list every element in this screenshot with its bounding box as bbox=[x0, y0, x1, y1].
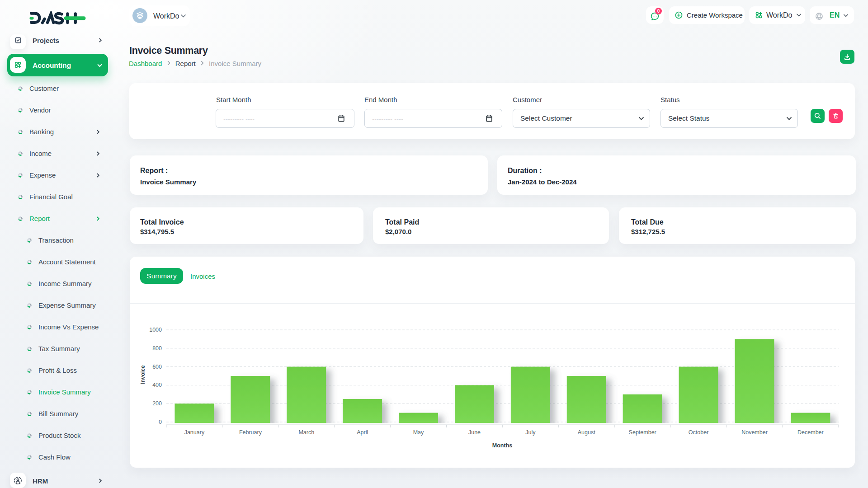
svg-text:September: September bbox=[629, 429, 656, 436]
svg-text:November: November bbox=[741, 429, 768, 436]
svg-text:July: July bbox=[525, 429, 536, 436]
svg-text:1000: 1000 bbox=[149, 327, 162, 333]
svg-text:May: May bbox=[413, 429, 424, 436]
svg-text:June: June bbox=[468, 429, 481, 436]
svg-text:December: December bbox=[797, 429, 824, 436]
svg-text:400: 400 bbox=[152, 382, 162, 388]
svg-text:600: 600 bbox=[152, 364, 162, 370]
svg-text:Invoice: Invoice bbox=[140, 365, 146, 384]
svg-text:February: February bbox=[239, 429, 262, 436]
svg-text:January: January bbox=[184, 429, 205, 436]
svg-text:Months: Months bbox=[492, 442, 512, 449]
svg-text:April: April bbox=[357, 429, 368, 436]
svg-text:0: 0 bbox=[159, 419, 162, 425]
svg-text:March: March bbox=[298, 429, 314, 436]
svg-text:October: October bbox=[689, 429, 708, 436]
svg-text:August: August bbox=[578, 429, 595, 436]
svg-text:200: 200 bbox=[152, 400, 162, 407]
svg-text:800: 800 bbox=[152, 345, 162, 352]
